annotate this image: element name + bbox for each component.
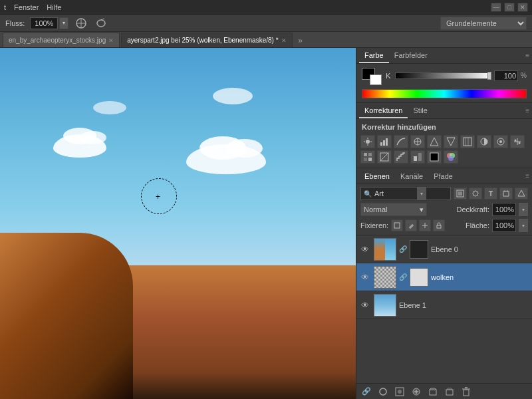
layer-row2: Normal ▾ Deckkraft: ▾ bbox=[360, 203, 528, 216]
svg-rect-49 bbox=[437, 225, 441, 228]
add-layer-icon[interactable] bbox=[442, 386, 457, 398]
svg-point-5 bbox=[366, 140, 370, 144]
korr-photofilter-icon[interactable] bbox=[493, 135, 508, 148]
korr-gradientmap-icon[interactable] bbox=[427, 150, 442, 164]
tab-0-label: en_by_archaeopteryx_stocks.jpg bbox=[9, 37, 106, 44]
tabs-overflow[interactable]: » bbox=[294, 34, 307, 47]
blend-mode-dropdown[interactable]: Normal ▾ bbox=[360, 203, 427, 216]
layer-search-input[interactable] bbox=[374, 190, 414, 198]
korr-colorlookup-icon[interactable] bbox=[360, 150, 375, 164]
korr-curves-icon[interactable] bbox=[394, 135, 408, 148]
color-panel-collapse[interactable]: ≡ bbox=[525, 52, 529, 59]
layer-style-icon[interactable] bbox=[376, 386, 390, 398]
add-adjustment-icon[interactable] bbox=[409, 386, 424, 398]
tab-pfade[interactable]: Pfade bbox=[428, 170, 458, 183]
tab-0[interactable]: en_by_archaeopteryx_stocks.jpg ✕ bbox=[3, 33, 120, 47]
svg-rect-33 bbox=[418, 153, 422, 161]
korr-vibrance-icon[interactable] bbox=[427, 135, 442, 148]
layer-1-thumb bbox=[374, 266, 396, 289]
layer-1-visibility[interactable]: 👁 bbox=[359, 271, 371, 283]
layer-item-1[interactable]: 👁 🔗 wolken bbox=[356, 263, 532, 291]
k-value-input[interactable] bbox=[494, 70, 518, 81]
ebenen-panel-collapse[interactable]: ≡ bbox=[525, 172, 529, 180]
layer-0-visibility[interactable]: 👁 bbox=[359, 243, 371, 255]
fluss-dropdown[interactable]: ▾ bbox=[59, 17, 68, 29]
korr-exposure-icon[interactable] bbox=[410, 135, 425, 148]
menu-hilfe[interactable]: Hilfe bbox=[47, 3, 61, 11]
svg-rect-32 bbox=[414, 156, 417, 161]
color-spectrum[interactable] bbox=[362, 89, 527, 98]
korr-blackwhite-icon[interactable] bbox=[477, 135, 491, 148]
korr-invert-icon[interactable] bbox=[377, 150, 392, 164]
fixieren-label: Fixieren: bbox=[360, 221, 388, 229]
delete-layer-icon[interactable] bbox=[459, 386, 473, 398]
background-swatch[interactable] bbox=[370, 74, 382, 85]
layer-smart-icon[interactable] bbox=[515, 188, 528, 200]
korr-levels-icon[interactable] bbox=[377, 135, 392, 148]
korr-posterize-icon[interactable] bbox=[394, 150, 408, 164]
fg-bg-swatches[interactable] bbox=[362, 68, 382, 85]
korr-hue-icon[interactable] bbox=[444, 135, 458, 148]
layer-pixel-icon[interactable] bbox=[454, 188, 467, 200]
main-area: + Farbe Farbfelder ≡ K bbox=[0, 48, 532, 399]
canvas-area[interactable]: + bbox=[0, 48, 356, 399]
k-slider-thumb[interactable] bbox=[487, 72, 491, 80]
group-layers-icon[interactable] bbox=[426, 386, 440, 398]
layer-2-thumb-image bbox=[374, 295, 396, 316]
korr-selectivecolor-icon[interactable] bbox=[444, 150, 458, 164]
layer-search-dropdown[interactable]: ▾ bbox=[417, 188, 426, 200]
tab-1[interactable]: ayerspart2.jpg bei 25% (wolken, Ebenenma… bbox=[121, 33, 292, 47]
menu-fenster[interactable]: Fenster bbox=[14, 3, 39, 11]
svg-rect-57 bbox=[446, 390, 453, 395]
menu-bar[interactable]: t Fenster Hilfe bbox=[4, 3, 61, 11]
layer-text-icon[interactable]: T bbox=[484, 188, 497, 200]
selection-crosshair: + bbox=[156, 193, 160, 201]
korrekturen-panel-collapse[interactable]: ≡ bbox=[525, 107, 529, 114]
svg-rect-34 bbox=[430, 153, 438, 161]
korrekturen-add-label: Korrektur hinzufügen bbox=[356, 122, 532, 134]
flache-dropdown[interactable]: ▾ bbox=[519, 219, 528, 232]
fix-lock-icon[interactable] bbox=[433, 219, 445, 231]
svg-rect-29 bbox=[368, 158, 372, 161]
layer-item-2[interactable]: 👁 Ebene 1 bbox=[356, 291, 532, 319]
k-slider[interactable] bbox=[395, 72, 491, 79]
menu-t[interactable]: t bbox=[4, 3, 6, 11]
layer-item-0[interactable]: 👁 🔗 Ebene 0 bbox=[356, 235, 532, 263]
layer-search[interactable]: 🔍 ▾ bbox=[360, 187, 451, 200]
layer-2-visibility[interactable]: 👁 bbox=[359, 299, 371, 311]
close-button[interactable]: ✕ bbox=[517, 3, 528, 12]
link-layers-icon[interactable]: 🔗 bbox=[359, 386, 374, 398]
add-mask-icon[interactable] bbox=[392, 386, 407, 398]
flache-input[interactable] bbox=[492, 219, 516, 232]
tab-farbfelder[interactable]: Farbfelder bbox=[389, 49, 433, 63]
korr-brightness-icon[interactable] bbox=[360, 135, 375, 148]
fix-pixels-icon[interactable] bbox=[391, 219, 403, 231]
layer-1-mask-image bbox=[410, 269, 428, 286]
tab-korrekturen[interactable]: Korrekturen bbox=[359, 104, 408, 118]
maximize-button[interactable]: □ bbox=[504, 3, 515, 12]
tab-farbe[interactable]: Farbe bbox=[359, 49, 389, 63]
brush-icon[interactable] bbox=[74, 16, 88, 31]
korr-channelmixer-icon[interactable] bbox=[510, 135, 525, 148]
fix-move-icon[interactable] bbox=[419, 219, 431, 231]
tab-kanaele[interactable]: Kanäle bbox=[395, 170, 428, 183]
preset-dropdown[interactable]: Grundelemente bbox=[440, 17, 527, 30]
flache-label: Fläche: bbox=[466, 221, 489, 229]
airbrush-icon[interactable] bbox=[94, 16, 108, 31]
tab-stile[interactable]: Stile bbox=[408, 104, 432, 118]
layer-shape-icon[interactable] bbox=[499, 188, 513, 200]
tab-0-close[interactable]: ✕ bbox=[108, 37, 114, 44]
tab-ebenen[interactable]: Ebenen bbox=[359, 170, 395, 183]
deckkraft-input[interactable] bbox=[492, 203, 516, 216]
svg-rect-42 bbox=[503, 192, 509, 196]
korr-threshold-icon[interactable] bbox=[410, 150, 425, 164]
korr-colorbalance-icon[interactable] bbox=[460, 135, 475, 148]
layer-0-name: Ebene 0 bbox=[431, 245, 529, 253]
tab-1-close[interactable]: ✕ bbox=[281, 37, 287, 44]
fix-brush-icon[interactable] bbox=[405, 219, 417, 231]
rock-detail bbox=[0, 233, 133, 399]
fluss-input[interactable] bbox=[30, 17, 58, 29]
minimize-button[interactable]: — bbox=[491, 3, 501, 12]
deckkraft-dropdown[interactable]: ▾ bbox=[519, 203, 528, 216]
layer-adjust-icon[interactable] bbox=[469, 188, 482, 200]
